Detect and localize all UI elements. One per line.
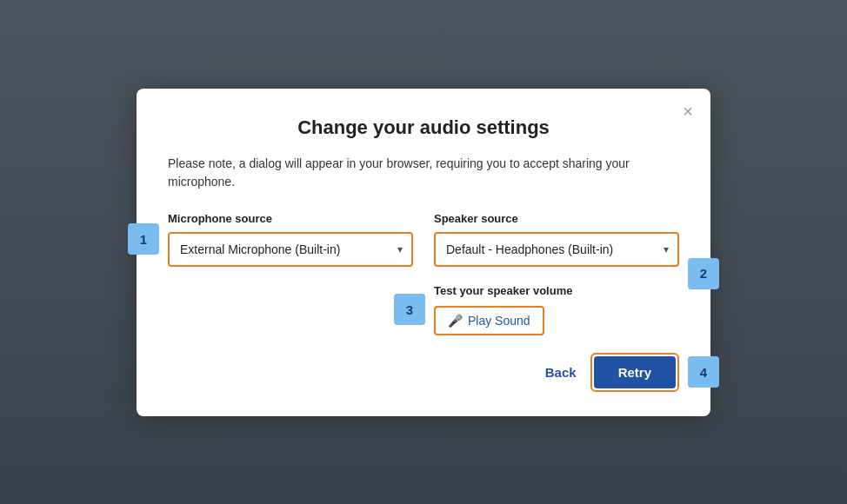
badge-1: 1	[128, 223, 159, 255]
retry-button[interactable]: Retry	[594, 356, 676, 388]
badge-4: 4	[688, 356, 719, 388]
modal-title: Change your audio settings	[168, 116, 679, 139]
speaker-test-section: 3 Test your speaker volume 🎤 Play Sound	[434, 284, 679, 335]
speaker-source-section: Speaker source Default - Headphones (Bui…	[434, 212, 679, 267]
footer: 4 Back Retry	[168, 353, 679, 392]
back-button[interactable]: Back	[545, 365, 577, 380]
speaker-select-wrapper: Default - Headphones (Built-in)Built-in …	[434, 232, 679, 267]
speaker-test-label: Test your speaker volume	[434, 284, 679, 297]
close-button[interactable]: ×	[683, 103, 693, 120]
microphone-select[interactable]: External Microphone (Built-in)Default Mi…	[170, 234, 411, 265]
play-sound-button[interactable]: 🎤 Play Sound	[434, 306, 544, 335]
microphone-icon: 🎤	[448, 314, 463, 328]
microphone-label: Microphone source	[168, 212, 413, 225]
audio-settings-modal: Change your audio settings × Please note…	[137, 89, 710, 416]
audio-row: 1 Microphone source External Microphone …	[168, 212, 679, 335]
modal-notice: Please note, a dialog will appear in you…	[168, 155, 679, 191]
badge-3: 3	[394, 294, 425, 325]
speaker-select[interactable]: Default - Headphones (Built-in)Built-in …	[436, 234, 677, 265]
speaker-label: Speaker source	[434, 212, 679, 225]
retry-button-wrapper: Retry	[590, 353, 679, 392]
badge-2: 2	[688, 258, 719, 289]
speaker-column: 2 Speaker source Default - Headphones (B…	[434, 212, 679, 335]
play-sound-label: Play Sound	[468, 314, 530, 328]
microphone-column: 1 Microphone source External Microphone …	[168, 212, 413, 267]
microphone-select-wrapper: External Microphone (Built-in)Default Mi…	[168, 232, 413, 267]
